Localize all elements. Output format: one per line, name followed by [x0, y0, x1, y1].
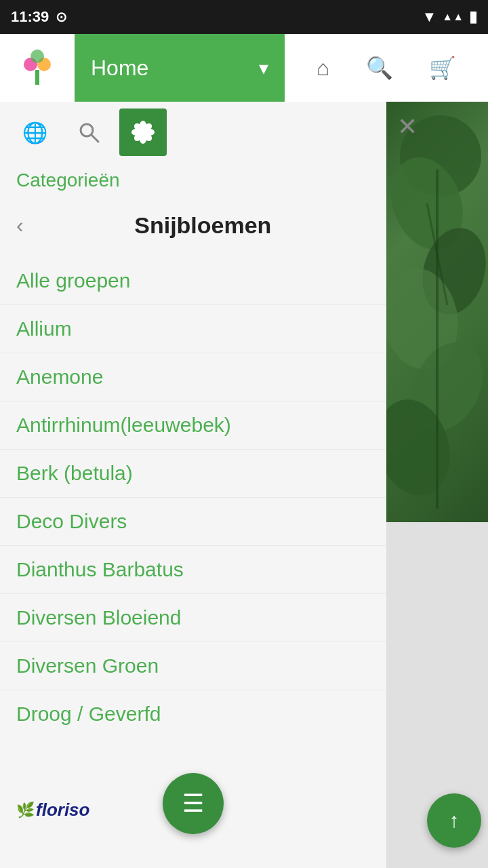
fab-menu-button[interactable]: ☰ — [163, 773, 224, 834]
svg-line-5 — [92, 135, 98, 142]
wifi-icon: ▼ — [422, 8, 437, 26]
menu-list-icon: ☰ — [182, 789, 204, 818]
scroll-up-button[interactable]: ↑ — [427, 793, 481, 848]
bottom-logo: 🌿 floriso — [16, 800, 89, 821]
category-title: Snijbloemen — [36, 212, 370, 239]
menu-item[interactable]: Diversen Groen — [0, 642, 386, 690]
categories-label: Categorieën — [0, 163, 386, 202]
floriso-logo-text: floriso — [36, 800, 89, 821]
menu-item[interactable]: Droog / Geverfd — [0, 690, 386, 738]
menu-item[interactable]: Anemone — [0, 353, 386, 401]
header-actions: ⌂ 🔍 🛒 — [285, 34, 488, 102]
menu-item[interactable]: Diversen Bloeiend — [0, 594, 386, 642]
header-title: Home — [91, 56, 148, 81]
status-icon-music: ⊙ — [56, 9, 67, 25]
main-container: 🌐 — [0, 102, 488, 868]
signal-icon: ▲▲ — [442, 11, 464, 23]
leaf-image — [386, 102, 488, 522]
back-arrow-icon[interactable]: ‹ — [11, 208, 29, 243]
app-logo[interactable] — [0, 34, 75, 102]
tab-search[interactable] — [65, 108, 113, 156]
left-panel: 🌐 — [0, 102, 386, 868]
menu-item[interactable]: Allium — [0, 305, 386, 353]
menu-item[interactable]: Dianthus Barbatus — [0, 546, 386, 594]
close-icon[interactable]: ✕ — [397, 113, 418, 141]
svg-point-15 — [140, 129, 146, 136]
tab-flower[interactable] — [119, 108, 167, 156]
search-icon[interactable]: 🔍 — [361, 50, 399, 86]
leaf-icon: 🌿 — [16, 802, 35, 819]
svg-point-2 — [30, 50, 44, 63]
status-time: 11:39 — [11, 8, 49, 26]
app-header: Home ▾ ⌂ 🔍 🛒 — [0, 34, 488, 102]
tab-globe[interactable]: 🌐 — [11, 108, 58, 156]
home-icon[interactable]: ⌂ — [311, 50, 335, 86]
arrow-up-icon: ↑ — [449, 809, 460, 832]
menu-list: Alle groepenAlliumAnemoneAntirrhinum(lee… — [0, 257, 386, 751]
svg-rect-3 — [35, 70, 39, 85]
right-panel: ✕ ↑ — [386, 102, 488, 868]
chevron-down-icon: ▾ — [259, 57, 268, 79]
menu-item[interactable]: Deco Divers — [0, 498, 386, 546]
tab-bar: 🌐 — [0, 102, 386, 163]
menu-item[interactable]: Antirrhinum(leeuwebek) — [0, 401, 386, 450]
status-bar: 11:39 ⊙ ▼ ▲▲ ▮ — [0, 0, 488, 34]
battery-icon: ▮ — [469, 8, 477, 26]
cart-icon[interactable]: 🛒 — [424, 50, 462, 86]
header-title-area[interactable]: Home ▾ — [75, 34, 285, 102]
menu-item[interactable]: Berk (betula) — [0, 450, 386, 498]
category-header: ‹ Snijbloemen — [0, 202, 386, 257]
menu-item[interactable]: Alle groepen — [0, 257, 386, 305]
